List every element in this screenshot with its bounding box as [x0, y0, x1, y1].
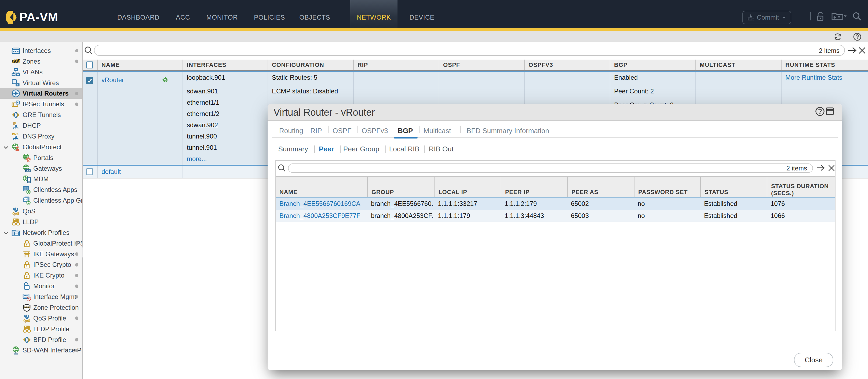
svg-text:DNS: DNS	[12, 133, 19, 136]
svg-text:QoS: QoS	[23, 319, 30, 323]
svg-text:QoS: QoS	[12, 212, 19, 216]
